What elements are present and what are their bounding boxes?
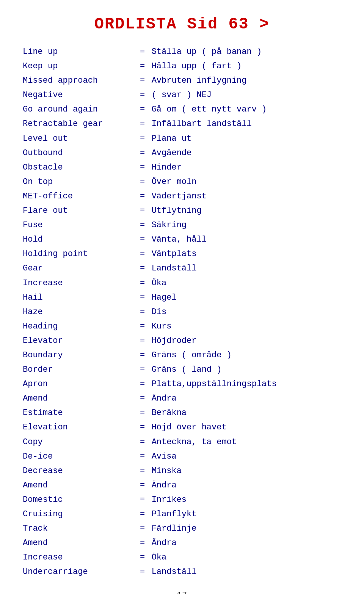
table-row: Apron=Platta,uppställningsplats [23, 377, 341, 391]
equals-cell: = [133, 74, 152, 88]
table-row: Keep up=Hålla upp ( fart ) [23, 59, 341, 74]
translation-cell: Väntplats [152, 247, 341, 261]
term-cell: Apron [23, 377, 133, 391]
equals-cell: = [133, 261, 152, 276]
equals-cell: = [133, 276, 152, 291]
term-cell: Domestic [23, 493, 133, 507]
equals-cell: = [133, 204, 152, 218]
translation-cell: Utflytning [152, 204, 341, 218]
term-cell: Outbound [23, 146, 133, 160]
equals-cell: = [133, 291, 152, 305]
term-cell: Obstacle [23, 160, 133, 175]
term-cell: Hold [23, 233, 133, 247]
term-cell: Estimate [23, 406, 133, 420]
term-cell: Holding point [23, 247, 133, 261]
term-cell: Heading [23, 319, 133, 334]
translation-cell: Ändra [152, 536, 341, 550]
table-row: Amend=Ändra [23, 478, 341, 493]
translation-cell: Vädertjänst [152, 189, 341, 204]
translation-cell: Över moln [152, 175, 341, 189]
equals-cell: = [133, 536, 152, 550]
term-cell: Track [23, 522, 133, 536]
equals-cell: = [133, 334, 152, 348]
translation-cell: Minska [152, 464, 341, 478]
translation-cell: Gräns ( område ) [152, 348, 341, 363]
term-cell: Retractable gear [23, 117, 133, 131]
translation-cell: Höjd över havet [152, 420, 341, 435]
equals-cell: = [133, 550, 152, 565]
translation-cell: Infällbart landställ [152, 117, 341, 131]
translation-cell: Beräkna [152, 406, 341, 420]
page-number: 17 [177, 591, 187, 594]
term-cell: Amend [23, 536, 133, 550]
table-row: Cruising=Planflykt [23, 507, 341, 522]
term-cell: Haze [23, 305, 133, 319]
table-row: MET-office=Vädertjänst [23, 189, 341, 204]
table-row: On top=Över moln [23, 175, 341, 189]
equals-cell: = [133, 348, 152, 363]
table-row: Undercarriage=Landställ [23, 565, 341, 579]
equals-cell: = [133, 146, 152, 160]
translation-cell: Kurs [152, 319, 341, 334]
term-cell: Line up [23, 45, 133, 59]
translation-cell: Ändra [152, 391, 341, 406]
term-cell: Fuse [23, 218, 133, 233]
table-row: Amend=Ändra [23, 536, 341, 550]
translation-cell: Säkring [152, 218, 341, 233]
table-row: Fuse=Säkring [23, 218, 341, 233]
table-row: Boundary=Gräns ( område ) [23, 348, 341, 363]
translation-cell: Färdlinje [152, 522, 341, 536]
table-row: Border=Gräns ( land ) [23, 363, 341, 377]
equals-cell: = [133, 59, 152, 74]
translation-cell: ( svar ) NEJ [152, 88, 341, 102]
table-row: Decrease=Minska [23, 464, 341, 478]
term-cell: Cruising [23, 507, 133, 522]
equals-cell: = [133, 132, 152, 146]
term-cell: Boundary [23, 348, 133, 363]
translation-cell: Ställa up ( på banan ) [152, 45, 341, 59]
translation-cell: Plana ut [152, 132, 341, 146]
translation-cell: Ändra [152, 478, 341, 493]
equals-cell: = [133, 45, 152, 59]
term-cell: Flare out [23, 204, 133, 218]
equals-cell: = [133, 406, 152, 420]
term-cell: Amend [23, 478, 133, 493]
term-cell: Missed approach [23, 74, 133, 88]
translation-cell: Vänta, håll [152, 233, 341, 247]
table-row: Outbound=Avgående [23, 146, 341, 160]
equals-cell: = [133, 102, 152, 117]
table-row: Hail=Hagel [23, 291, 341, 305]
translation-cell: Gräns ( land ) [152, 363, 341, 377]
table-row: Elevation=Höjd över havet [23, 420, 341, 435]
table-row: Haze=Dis [23, 305, 341, 319]
term-cell: Elevation [23, 420, 133, 435]
equals-cell: = [133, 233, 152, 247]
table-row: Increase=Öka [23, 550, 341, 565]
translation-cell: Planflykt [152, 507, 341, 522]
translation-cell: Gå om ( ett nytt varv ) [152, 102, 341, 117]
translation-cell: Avisa [152, 449, 341, 464]
term-cell: Amend [23, 391, 133, 406]
equals-cell: = [133, 493, 152, 507]
equals-cell: = [133, 247, 152, 261]
table-row: Increase=Öka [23, 276, 341, 291]
translation-cell: Anteckna, ta emot [152, 435, 341, 449]
table-row: Holding point=Väntplats [23, 247, 341, 261]
term-cell: Increase [23, 276, 133, 291]
term-cell: Copy [23, 435, 133, 449]
table-row: Flare out=Utflytning [23, 204, 341, 218]
translation-cell: Öka [152, 550, 341, 565]
equals-cell: = [133, 435, 152, 449]
equals-cell: = [133, 565, 152, 579]
term-cell: Negative [23, 88, 133, 102]
translation-cell: Landställ [152, 565, 341, 579]
term-cell: Undercarriage [23, 565, 133, 579]
equals-cell: = [133, 464, 152, 478]
glossary-table: Line up=Ställa up ( på banan )Keep up=Hå… [23, 45, 341, 579]
table-row: Heading=Kurs [23, 319, 341, 334]
equals-cell: = [133, 420, 152, 435]
equals-cell: = [133, 391, 152, 406]
table-row: Missed approach=Avbruten inflygning [23, 74, 341, 88]
term-cell: Keep up [23, 59, 133, 74]
translation-cell: Platta,uppställningsplats [152, 377, 341, 391]
